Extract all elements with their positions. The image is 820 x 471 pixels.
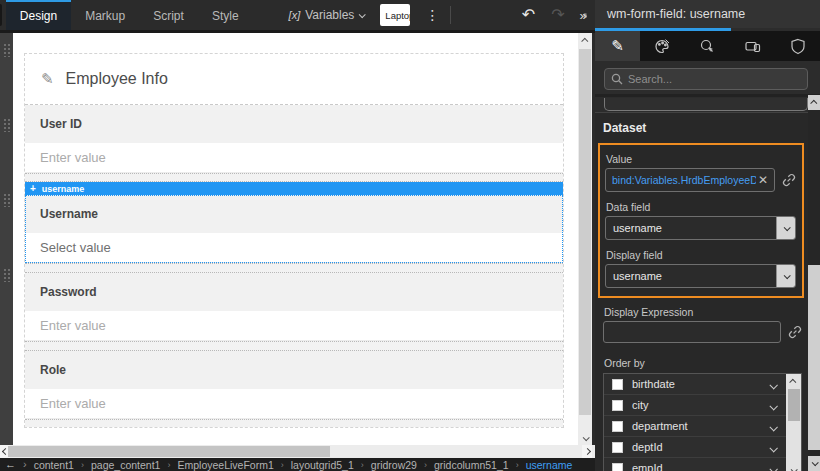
scroll-down-arrow-icon[interactable] — [578, 431, 592, 445]
tab-events[interactable] — [685, 31, 730, 61]
search-icon — [611, 73, 623, 85]
grip-dots-icon — [3, 268, 11, 282]
property-search[interactable] — [604, 68, 808, 90]
scroll-down-arrow-icon[interactable] — [786, 463, 801, 471]
variables-dropdown[interactable]: [x] Variables — [289, 0, 365, 30]
scrollbar-thumb[interactable] — [808, 265, 820, 450]
form-field-role[interactable]: Role Enter value — [25, 351, 563, 419]
canvas-horizontal-scrollbar[interactable] — [0, 445, 595, 458]
collapsed-widget-strip[interactable] — [0, 33, 13, 445]
collapse-panel-icon[interactable]: » — [573, 3, 593, 27]
data-field-label: Data field — [606, 201, 796, 213]
order-by-scrollbar[interactable] — [786, 374, 801, 471]
undo-button[interactable]: ↶ — [514, 7, 543, 23]
form-field-username-selected[interactable]: Username Select value — [25, 195, 563, 263]
partially-scrolled-input[interactable] — [604, 98, 808, 111]
chevron-down-icon[interactable] — [770, 459, 776, 471]
field-label: User ID — [25, 105, 563, 143]
checkbox[interactable] — [612, 442, 623, 453]
scroll-up-arrow-icon[interactable] — [808, 95, 820, 110]
editor-column: Design Markup Script Style [x] Variables… — [0, 0, 595, 471]
field-select-placeholder[interactable]: Select value — [25, 233, 563, 263]
tab-style[interactable]: Style — [198, 0, 253, 30]
panel-handle[interactable] — [0, 4, 2, 26]
tab-design[interactable]: Design — [6, 0, 71, 30]
grip-dots-icon — [3, 118, 11, 132]
breadcrumb-item[interactable]: EmployeeLiveForm1 — [177, 459, 273, 471]
canvas-vertical-scrollbar[interactable] — [578, 33, 592, 445]
tab-styles[interactable] — [640, 31, 685, 61]
breadcrumb-item[interactable]: gridrow29 — [371, 459, 417, 471]
design-canvas: ✎ Employee Info User ID Enter value + us… — [0, 33, 595, 445]
section-divider — [595, 94, 820, 97]
chevron-down-icon — [783, 272, 790, 279]
field-input-placeholder[interactable]: Enter value — [25, 389, 563, 419]
checkbox[interactable] — [612, 463, 623, 471]
breadcrumb-separator: › — [81, 460, 84, 470]
form-field-userid[interactable]: User ID Enter value — [25, 105, 563, 173]
scroll-down-arrow-icon[interactable] — [808, 456, 820, 471]
select-dropdown-button[interactable] — [776, 265, 795, 287]
device-icon — [744, 38, 762, 55]
field-input-placeholder[interactable]: Enter value — [25, 143, 563, 173]
search-input[interactable] — [628, 73, 801, 85]
tab-markup-label: Markup — [85, 9, 125, 23]
grip-dots-icon — [3, 193, 11, 207]
scroll-right-arrow-icon[interactable] — [582, 445, 592, 458]
scrollbar-thumb[interactable] — [788, 389, 800, 421]
breadcrumb-item-active[interactable]: username — [526, 459, 573, 471]
panel-scrollbar[interactable] — [808, 95, 820, 471]
order-by-option[interactable]: birthdate — [604, 374, 786, 395]
breadcrumb-item[interactable]: content1 — [34, 459, 74, 471]
display-expression-input[interactable] — [603, 321, 781, 343]
value-bind-expression: bind:Variables.HrdbEmployeeData.data — [612, 174, 756, 186]
tab-script[interactable]: Script — [139, 0, 198, 30]
checkbox[interactable] — [612, 379, 623, 390]
order-by-option[interactable]: department — [604, 416, 786, 437]
bind-link-icon[interactable] — [788, 325, 802, 339]
properties-panel: wm-form-field: username ✎ — [595, 0, 820, 471]
display-expression-label: Display Expression — [604, 306, 802, 318]
chevron-down-icon[interactable] — [770, 396, 776, 414]
breadcrumb-item[interactable]: gridcolumn51_1 — [434, 459, 509, 471]
more-options-kebab-icon[interactable]: ⋮ — [422, 8, 444, 22]
breadcrumb-item[interactable]: layoutgrid5_1 — [291, 459, 354, 471]
scroll-up-arrow-icon[interactable] — [578, 33, 592, 47]
tab-security[interactable] — [775, 31, 820, 61]
scrollbar-thumb[interactable] — [8, 446, 330, 457]
display-field-label: Display field — [606, 249, 796, 261]
selected-widget-name: username — [42, 184, 85, 194]
page-canvas[interactable]: ✎ Employee Info User ID Enter value + us… — [13, 33, 578, 445]
field-input-placeholder[interactable]: Enter value — [25, 311, 563, 341]
order-by-option[interactable]: deptId — [604, 437, 786, 458]
employee-live-form[interactable]: ✎ Employee Info User ID Enter value + us… — [24, 53, 564, 428]
checkbox[interactable] — [612, 421, 623, 432]
chevron-down-icon[interactable] — [770, 417, 776, 435]
tab-properties[interactable]: ✎ — [595, 31, 640, 61]
selected-widget-tag[interactable]: + username — [25, 182, 563, 195]
redo-button[interactable]: ↷ — [543, 7, 572, 23]
value-input[interactable]: bind:Variables.HrdbEmployeeData.data ✕ — [605, 168, 775, 192]
checkbox[interactable] — [612, 400, 623, 411]
breadcrumb-back-icon[interactable]: ← — [5, 459, 16, 470]
order-by-option[interactable]: empId — [604, 458, 786, 471]
display-field-select[interactable]: username — [605, 264, 796, 288]
clear-value-icon[interactable]: ✕ — [756, 173, 770, 187]
scrollbar-thumb[interactable] — [579, 49, 591, 415]
breadcrumb-separator: › — [281, 460, 284, 470]
form-field-password[interactable]: Password Enter value — [25, 273, 563, 341]
panel-title: wm-form-field: username — [595, 0, 820, 28]
chevron-down-icon[interactable] — [770, 375, 776, 393]
order-by-option[interactable]: city — [604, 395, 786, 416]
breadcrumb-item[interactable]: page_content1 — [91, 459, 160, 471]
breadcrumb-forward-icon[interactable]: › — [23, 459, 27, 470]
device-preview-select[interactable]: Laptop with MDPI Screen — [380, 4, 409, 26]
data-field-value: username — [606, 222, 776, 234]
tab-markup[interactable]: Markup — [71, 0, 139, 30]
data-field-select[interactable]: username — [605, 216, 796, 240]
chevron-down-icon[interactable] — [770, 438, 776, 456]
bind-link-icon[interactable] — [782, 173, 796, 187]
scroll-up-arrow-icon[interactable] — [786, 374, 801, 388]
tab-device[interactable] — [730, 31, 775, 61]
select-dropdown-button[interactable] — [776, 217, 795, 239]
